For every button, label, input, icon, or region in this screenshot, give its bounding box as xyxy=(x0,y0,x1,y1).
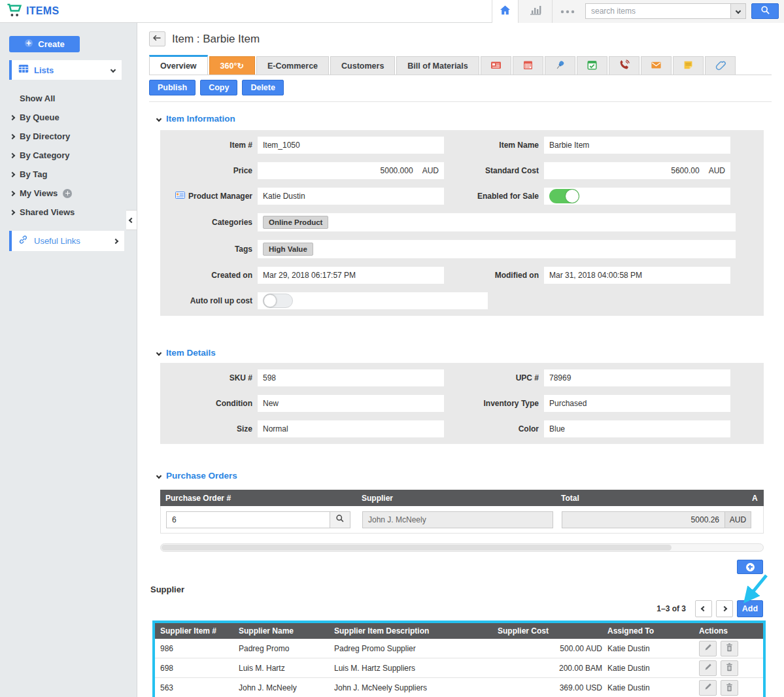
page-header: Item : Barbie Item xyxy=(149,31,772,46)
sidebar-item-by-directory[interactable]: By Directory xyxy=(0,127,137,146)
tab-calendar[interactable] xyxy=(513,56,543,75)
pagination-prev-button[interactable] xyxy=(695,600,712,617)
tab-ecommerce[interactable]: E-Commerce xyxy=(256,56,329,75)
sidebar-item-by-category[interactable]: By Category xyxy=(0,146,137,165)
edit-button[interactable] xyxy=(699,680,717,696)
sidebar-item-useful-links[interactable]: Useful Links xyxy=(9,231,124,251)
more-menu-button[interactable] xyxy=(553,0,583,23)
horizontal-scrollbar[interactable] xyxy=(160,543,764,552)
item-no-field[interactable] xyxy=(258,137,444,154)
item-no-input[interactable] xyxy=(263,141,439,150)
app-logo[interactable]: ITEMS xyxy=(0,3,59,20)
back-button[interactable] xyxy=(149,31,165,46)
price-field[interactable]: 5000.000 AUD xyxy=(258,162,444,179)
standard-cost-field[interactable]: 5600.00 AUD xyxy=(544,162,730,179)
tab-notes[interactable] xyxy=(673,56,704,75)
delete-row-button[interactable] xyxy=(721,660,738,676)
tab-pinned[interactable] xyxy=(545,56,575,75)
tab-overview[interactable]: Overview xyxy=(149,55,208,75)
sidebar-item-lists[interactable]: Lists xyxy=(9,60,122,80)
item-details-panel: SKU # UPC # Condition Inventory Type xyxy=(160,363,764,444)
edit-button[interactable] xyxy=(699,641,717,656)
sku-input[interactable] xyxy=(263,373,439,382)
supplier-name: Padreg Promo xyxy=(239,644,334,653)
pagination-next-button[interactable] xyxy=(716,600,733,617)
pencil-icon xyxy=(704,683,712,693)
add-purchase-order-button[interactable] xyxy=(737,560,763,574)
purchase-orders-section-toggle[interactable]: Purchase Orders xyxy=(157,471,772,481)
condition-field[interactable] xyxy=(258,395,444,412)
size-input[interactable] xyxy=(263,424,439,434)
edit-button[interactable] xyxy=(699,660,717,676)
chevron-right-icon xyxy=(10,171,15,177)
delete-row-button[interactable] xyxy=(721,680,738,696)
tab-360-view[interactable]: 360°↻ xyxy=(209,56,255,75)
scrollbar-thumb[interactable] xyxy=(162,545,672,551)
sidebar-collapse-handle[interactable] xyxy=(126,210,137,230)
publish-button[interactable]: Publish xyxy=(149,80,196,95)
add-view-icon[interactable] xyxy=(63,189,72,198)
color-field[interactable] xyxy=(544,420,730,437)
condition-input[interactable] xyxy=(263,399,439,408)
modified-on-value: Mar 31, 2018 04:00:58 PM xyxy=(549,271,642,280)
category-chip[interactable]: Online Product xyxy=(263,216,328,229)
color-input[interactable] xyxy=(549,424,725,434)
sidebar-item-by-tag[interactable]: By Tag xyxy=(0,165,137,184)
search-submit-button[interactable] xyxy=(751,3,779,19)
nav-label: Shared Views xyxy=(20,207,75,217)
add-supplier-button[interactable]: Add xyxy=(737,600,763,617)
delete-row-button[interactable] xyxy=(721,641,738,656)
home-button[interactable] xyxy=(492,0,519,23)
table-row[interactable]: 698 Luis M. Hartz Luis M. Hartz Supplier… xyxy=(155,658,763,678)
sku-field[interactable] xyxy=(258,369,444,386)
sidebar-item-my-views[interactable]: My Views xyxy=(0,184,137,203)
product-manager-field[interactable] xyxy=(258,188,444,205)
tags-field[interactable]: High Value xyxy=(258,240,736,258)
tab-attachments[interactable] xyxy=(705,56,736,75)
tag-chip[interactable]: High Value xyxy=(263,243,313,256)
section-title: Item Information xyxy=(166,114,235,124)
enabled-for-sale-toggle[interactable] xyxy=(549,189,579,203)
search-scope-dropdown[interactable] xyxy=(730,3,746,19)
pencil-icon xyxy=(704,643,712,654)
tab-call-log[interactable] xyxy=(609,56,639,75)
tab-id-card[interactable] xyxy=(481,56,511,75)
column-header: Actions xyxy=(699,626,763,636)
upc-input[interactable] xyxy=(549,373,725,382)
column-header: Purchase Order # xyxy=(160,494,362,503)
po-number-input[interactable] xyxy=(166,511,330,528)
sidebar-item-show-all[interactable]: Show All xyxy=(0,89,137,108)
home-icon xyxy=(499,4,511,19)
record-toolbar: Publish Copy Delete xyxy=(149,80,772,95)
categories-field[interactable]: Online Product xyxy=(258,213,736,231)
sidebar-item-shared-views[interactable]: Shared Views xyxy=(0,203,137,222)
item-information-panel: Item # Item Name Price 5000.000 AUD xyxy=(160,130,764,316)
sidebar-item-by-queue[interactable]: By Queue xyxy=(0,108,137,127)
sidebar: Create Lists Show All By Queue xyxy=(0,23,137,697)
item-name-input[interactable] xyxy=(549,141,725,150)
create-button[interactable]: Create xyxy=(9,36,80,52)
product-manager-input[interactable] xyxy=(263,192,439,201)
tab-customers[interactable]: Customers xyxy=(330,56,395,75)
reports-button[interactable] xyxy=(519,0,553,23)
copy-button[interactable]: Copy xyxy=(200,80,237,95)
inventory-type-input[interactable] xyxy=(549,399,725,408)
modified-on-field: Mar 31, 2018 04:00:58 PM xyxy=(544,267,730,284)
search-input[interactable] xyxy=(585,3,730,19)
size-field[interactable] xyxy=(258,420,444,437)
auto-roll-up-cost-toggle[interactable] xyxy=(263,294,293,308)
item-information-section-toggle[interactable]: Item Information xyxy=(157,114,772,124)
table-row[interactable]: 563 John J. McNeely John J. McNeely Supp… xyxy=(155,678,763,697)
table-row[interactable]: 986 Padreg Promo Padreg Promo Supplier 5… xyxy=(155,639,763,658)
item-details-section-toggle[interactable]: Item Details xyxy=(157,348,772,358)
useful-links-label: Useful Links xyxy=(34,236,108,246)
item-name-field[interactable] xyxy=(544,137,730,154)
search-area xyxy=(583,0,784,23)
inventory-type-field[interactable] xyxy=(544,395,730,412)
delete-button[interactable]: Delete xyxy=(242,80,284,95)
tab-email[interactable] xyxy=(641,56,672,75)
tab-bill-of-materials[interactable]: Bill of Materials xyxy=(396,56,479,75)
po-lookup-button[interactable] xyxy=(330,511,350,528)
tab-tasks[interactable] xyxy=(577,56,607,75)
upc-field[interactable] xyxy=(544,369,730,386)
